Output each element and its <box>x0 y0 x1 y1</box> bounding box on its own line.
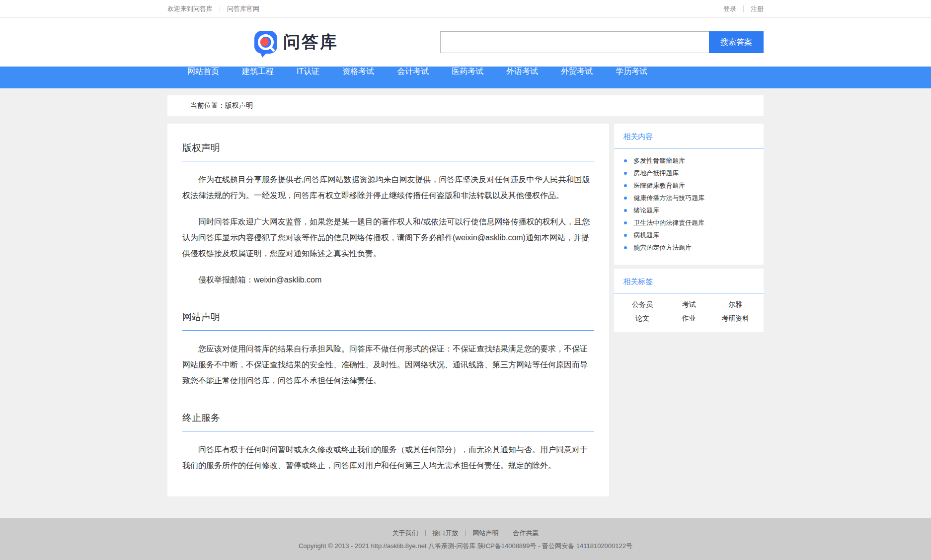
divider <box>220 5 220 12</box>
divider <box>466 530 466 536</box>
sidebar: 相关内容 多发性骨髓瘤题库 房地产抵押题库 医院健康教育题库 健康传播方法与技巧… <box>614 124 764 332</box>
logo-text: 问答库 <box>283 31 338 54</box>
divider <box>506 530 506 536</box>
register-link[interactable]: 注册 <box>751 4 764 13</box>
related-tags-card: 相关标签 公务员 考试 尔雅 论文 作业 考研资料 <box>614 269 764 332</box>
bullet-icon <box>624 172 627 175</box>
bullet-icon <box>624 159 627 162</box>
divider <box>743 5 744 12</box>
tag-link[interactable]: 考研资料 <box>712 312 759 324</box>
nav-item-foreign-trade[interactable]: 外贸考试 <box>549 67 604 77</box>
paragraph: 侵权举报邮箱：weixin@asklib.com <box>182 272 594 288</box>
related-item[interactable]: 多发性骨髓瘤题库 <box>622 154 756 167</box>
nav-item-accounting[interactable]: 会计考试 <box>386 67 440 77</box>
nav-item-education[interactable]: 学历考试 <box>604 67 659 77</box>
related-content-title: 相关内容 <box>614 124 764 148</box>
bullet-icon <box>624 246 627 249</box>
nav-menu: 网站首页 建筑工程 IT认证 资格考试 会计考试 医药考试 外语考试 外贸考试 … <box>167 67 764 77</box>
footer-links: 关于我们 接口开放 网站声明 合作共赢 <box>392 529 539 538</box>
divider <box>425 530 426 536</box>
nav-item-it[interactable]: IT认证 <box>285 67 331 77</box>
tag-link[interactable]: 考试 <box>666 298 712 310</box>
related-item[interactable]: 医院健康教育题库 <box>622 179 756 192</box>
login-link[interactable]: 登录 <box>723 4 736 13</box>
tag-link[interactable]: 作业 <box>666 312 712 324</box>
search-button[interactable]: 搜索答案 <box>709 31 764 53</box>
related-item[interactable]: 健康传播方法与技巧题库 <box>622 192 756 204</box>
topbar: 欢迎来到问答库 问答库官网 登录 注册 <box>0 0 931 18</box>
welcome-text: 欢迎来到问答库 <box>167 4 213 13</box>
official-site-link[interactable]: 问答库官网 <box>227 4 259 13</box>
paragraph: 同时问答库欢迎广大网友监督，如果您是某一题目的著作权人和/或依法可以行使信息网络… <box>182 214 594 262</box>
related-content-list: 多发性骨髓瘤题库 房地产抵押题库 医院健康教育题库 健康传播方法与技巧题库 绪论… <box>614 148 764 265</box>
bullet-icon <box>624 184 627 187</box>
paragraph: 问答库有权于任何时间暂时或永久修改或终止我们的服务（或其任何部分），而无论其通知… <box>182 442 594 474</box>
nav-item-qualification[interactable]: 资格考试 <box>331 67 386 77</box>
search-input[interactable] <box>440 31 709 53</box>
footer-link[interactable]: 合作共赢 <box>513 529 539 538</box>
section-copyright: 版权声明 作为在线题目分享服务提供者,问答库网站数据资源均来自网友提供，问答库坚… <box>182 141 594 288</box>
related-item[interactable]: 卫生法中的法律责任题库 <box>622 216 756 229</box>
tag-link[interactable]: 公务员 <box>619 298 666 310</box>
bullet-icon <box>624 197 627 200</box>
section-title: 版权声明 <box>182 141 594 161</box>
breadcrumb: 当前位置：版权声明 <box>167 101 253 110</box>
site-logo[interactable]: 问答库 <box>254 31 338 54</box>
section-title: 网站声明 <box>182 311 594 331</box>
logo-q-bubble-icon <box>254 31 277 54</box>
bullet-icon <box>624 209 627 212</box>
bullet-icon <box>624 221 627 224</box>
paragraph: 您应该对使用问答库的结果自行承担风险。问答库不做任何形式的保证：不保证查找结果满… <box>182 341 594 389</box>
related-item[interactable]: 腧穴的定位方法题库 <box>622 241 756 254</box>
footer-link[interactable]: 关于我们 <box>392 529 418 538</box>
breadcrumb-prefix: 当前位置： <box>190 101 225 109</box>
search-bar: 搜索答案 <box>440 31 764 53</box>
nav-item-foreign-language[interactable]: 外语考试 <box>495 67 549 77</box>
nav-item-home[interactable]: 网站首页 <box>176 67 231 77</box>
nav-item-medical[interactable]: 医药考试 <box>440 67 495 77</box>
tag-link[interactable]: 论文 <box>619 312 666 324</box>
header: 问答库 搜索答案 <box>0 18 931 67</box>
footer: 关于我们 接口开放 网站声明 合作共赢 Copyright © 2013 - 2… <box>0 518 931 560</box>
related-item[interactable]: 绪论题库 <box>622 204 756 216</box>
paragraph: 作为在线题目分享服务提供者,问答库网站数据资源均来自网友提供，问答库坚决反对任何… <box>182 172 594 204</box>
breadcrumb-bar: 当前位置：版权声明 <box>167 95 764 116</box>
section-title: 终止服务 <box>182 412 594 431</box>
footer-link[interactable]: 接口开放 <box>433 529 459 538</box>
related-item[interactable]: 房地产抵押题库 <box>622 167 756 179</box>
section-site-statement: 网站声明 您应该对使用问答库的结果自行承担风险。问答库不做任何形式的保证：不保证… <box>182 311 594 389</box>
copyright-text: Copyright © 2013 - 2021 http://asklib.8y… <box>299 542 632 551</box>
related-content-card: 相关内容 多发性骨髓瘤题库 房地产抵押题库 医院健康教育题库 健康传播方法与技巧… <box>614 124 764 265</box>
footer-link[interactable]: 网站声明 <box>473 529 499 538</box>
section-termination: 终止服务 问答库有权于任何时间暂时或永久修改或终止我们的服务（或其任何部分），而… <box>182 412 594 474</box>
bullet-icon <box>624 234 627 237</box>
related-tags-title: 相关标签 <box>614 269 764 293</box>
related-item[interactable]: 病机题库 <box>622 229 756 241</box>
breadcrumb-current: 版权声明 <box>225 101 253 109</box>
main-nav: 网站首页 建筑工程 IT认证 资格考试 会计考试 医药考试 外语考试 外贸考试 … <box>0 67 931 88</box>
article-card: 版权声明 作为在线题目分享服务提供者,问答库网站数据资源均来自网友提供，问答库坚… <box>167 124 609 496</box>
nav-item-construction[interactable]: 建筑工程 <box>231 67 285 77</box>
tag-grid: 公务员 考试 尔雅 论文 作业 考研资料 <box>614 293 764 332</box>
tag-link[interactable]: 尔雅 <box>712 298 759 310</box>
